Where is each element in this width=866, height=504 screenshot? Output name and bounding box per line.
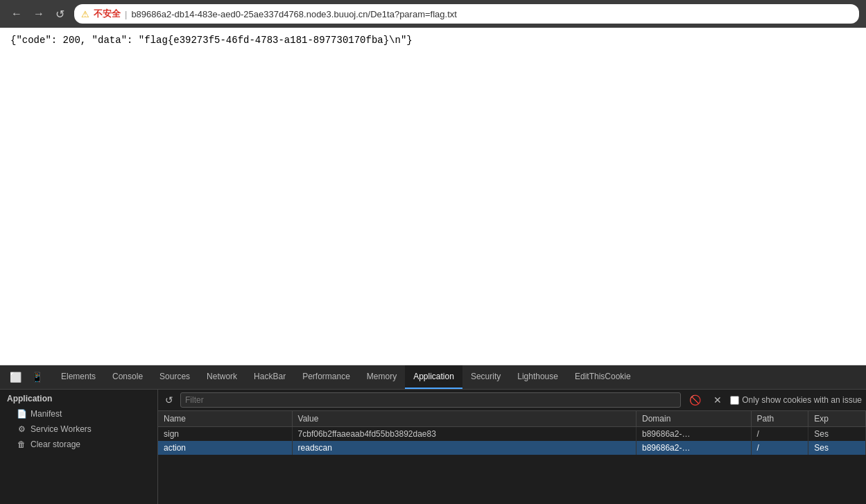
sidebar-item-manifest[interactable]: 📄 Manifest (0, 406, 157, 422)
col-header-exp: Exp (808, 411, 866, 427)
tab-lighthouse[interactable]: Lighthouse (509, 365, 566, 389)
clear-storage-icon: 🗑 (17, 440, 26, 449)
service-workers-icon: ⚙ (17, 424, 26, 434)
cookie-clear-button[interactable]: 🚫 (685, 393, 705, 407)
devtools-tab-bar: ⬜ 📱 Elements Console Sources Network Hac… (0, 365, 866, 390)
cookie-refresh-button[interactable]: ↺ (162, 393, 176, 407)
browser-toolbar: ← → ↺ ⚠ 不安全 | b89686a2-db14-483e-aed0-25… (0, 0, 866, 28)
cell-name-0: sign (158, 427, 292, 442)
sidebar-item-label-clear-storage: Clear storage (31, 440, 80, 449)
col-header-value: Value (292, 411, 636, 427)
url-text: b89686a2-db14-483e-aed0-25ae337d4768.nod… (131, 9, 456, 19)
cell-value-1: readscan (292, 441, 636, 455)
cookie-close-button[interactable]: ✕ (709, 393, 726, 407)
col-header-domain: Domain (636, 411, 751, 427)
cookie-table: Name Value Domain Path Exp sign7cbf06b2f… (158, 411, 866, 455)
table-row[interactable]: sign7cbf06b2ffaaeaab4fd55bb3892dae83b896… (158, 427, 866, 442)
devtools-panel: ⬜ 📱 Elements Console Sources Network Hac… (0, 365, 866, 504)
device-icon-button[interactable]: 📱 (28, 370, 46, 384)
cookie-toolbar: ↺ 🚫 ✕ Only show cookies with an issue (158, 390, 866, 411)
col-header-path: Path (751, 411, 808, 427)
inspect-icon-button[interactable]: ⬜ (7, 370, 24, 384)
cell-path-1: / (751, 441, 808, 455)
tab-sources[interactable]: Sources (151, 365, 198, 389)
tab-console[interactable]: Console (104, 365, 151, 389)
sidebar-item-clear-storage[interactable]: 🗑 Clear storage (0, 437, 157, 452)
address-bar[interactable]: ⚠ 不安全 | b89686a2-db14-483e-aed0-25ae337d… (74, 4, 859, 24)
devtools-icon-group: ⬜ 📱 (3, 370, 50, 384)
only-issues-checkbox[interactable] (730, 396, 739, 405)
insecure-label: 不安全 (94, 8, 121, 20)
devtools-body: Application 📄 Manifest ⚙ Service Workers… (0, 390, 866, 504)
cookie-filter-input[interactable] (180, 392, 681, 408)
url-domain: b89686a2-db14-483e-aed0-25ae337d4768.nod… (131, 9, 367, 19)
cell-domain-0: b89686a2-… (636, 427, 751, 442)
nav-buttons: ← → ↺ (7, 5, 69, 24)
tab-editthiscookie[interactable]: EditThisCookie (566, 365, 639, 389)
manifest-icon: 📄 (17, 409, 26, 419)
tab-network[interactable]: Network (198, 365, 245, 389)
sidebar-item-service-workers[interactable]: ⚙ Service Workers (0, 422, 157, 437)
page-content: {"code": 200, "data": "flag{e39273f5-46f… (0, 28, 866, 365)
cell-value-0: 7cbf06b2ffaaeaab4fd55bb3892dae83 (292, 427, 636, 442)
table-row[interactable]: actionreadscanb89686a2-…/Ses (158, 441, 866, 455)
back-button[interactable]: ← (7, 5, 26, 23)
cell-exp-1: Ses (808, 441, 866, 455)
cell-exp-0: Ses (808, 427, 866, 442)
page-body-text: {"code": 200, "data": "flag{e39273f5-46f… (10, 35, 413, 46)
devtools-sidebar: Application 📄 Manifest ⚙ Service Workers… (0, 390, 158, 504)
sidebar-item-label-manifest: Manifest (31, 409, 62, 419)
tab-security[interactable]: Security (462, 365, 509, 389)
tab-elements[interactable]: Elements (53, 365, 104, 389)
url-path: /De1ta?param=flag.txt (368, 9, 457, 19)
insecure-icon: ⚠ (81, 9, 89, 19)
cell-name-1: action (158, 441, 292, 455)
tab-application[interactable]: Application (405, 365, 462, 389)
tab-hackbar[interactable]: HackBar (245, 365, 294, 389)
reload-button[interactable]: ↺ (51, 5, 69, 24)
forward-button[interactable]: → (29, 5, 49, 23)
cookie-table-body: sign7cbf06b2ffaaeaab4fd55bb3892dae83b896… (158, 427, 866, 455)
cell-path-0: / (751, 427, 808, 442)
separator: | (125, 9, 127, 19)
col-header-name: Name (158, 411, 292, 427)
sidebar-section-application: Application (0, 390, 157, 406)
tab-performance[interactable]: Performance (294, 365, 358, 389)
devtools-main-panel: ↺ 🚫 ✕ Only show cookies with an issue Na… (158, 390, 866, 504)
cookie-table-header-row: Name Value Domain Path Exp (158, 411, 866, 427)
sidebar-item-label-service-workers: Service Workers (31, 424, 92, 434)
only-issues-text: Only show cookies with an issue (742, 395, 862, 405)
only-issues-label[interactable]: Only show cookies with an issue (730, 395, 862, 405)
tab-memory[interactable]: Memory (358, 365, 405, 389)
cell-domain-1: b89686a2-… (636, 441, 751, 455)
